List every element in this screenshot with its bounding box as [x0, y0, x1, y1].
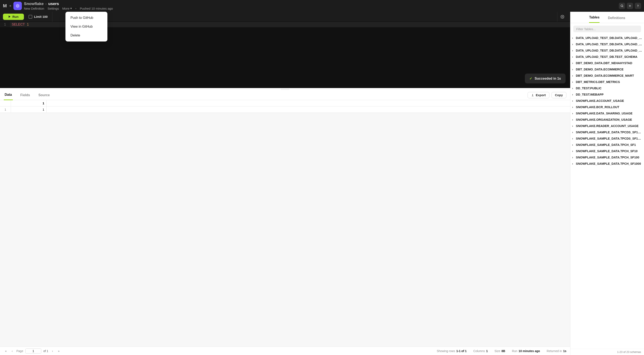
schema-label: DATA_UPLOAD_TEST_DB.DATA_UPLOAD_TE... — [576, 36, 642, 40]
page-last-button[interactable]: » — [57, 349, 61, 353]
search-button[interactable] — [619, 3, 625, 9]
chevron-right-icon: › — [572, 61, 574, 65]
chevron-right-icon: › — [572, 86, 574, 90]
schema-label: DD_TEST.PUBLIC — [576, 86, 602, 90]
schema-label: DBT_METRICS.DBT_METRICS — [576, 80, 620, 84]
more-menu[interactable]: More ▾ — [62, 6, 72, 10]
schema-item[interactable]: ›DBT_DEMO_DATA.ECOMMERCE_MART — [572, 72, 642, 79]
schema-label: DBT_DEMO_DATA.ECOMMERCE — [576, 68, 624, 71]
schema-item[interactable]: ›SNOWFLAKE_SAMPLE_DATA.TPCDS_SF100... — [572, 129, 642, 135]
side-tab-definitions[interactable]: Definitions — [608, 16, 625, 23]
pane-resize-handle[interactable] — [0, 88, 570, 90]
toolbar-divider — [52, 12, 52, 22]
showing-value: 1-1 of 1 — [456, 349, 466, 353]
page-next-button[interactable]: › — [50, 349, 54, 353]
sql-value: 1 — [27, 23, 29, 26]
schema-tree[interactable]: ›DATA_UPLOAD_TEST_DB.DATA_UPLOAD_TE...›D… — [570, 35, 644, 349]
limit-toggle[interactable]: Limit 100 — [28, 15, 48, 19]
chevron-right-icon: › — [45, 1, 46, 6]
chevron-right-icon: › — [572, 105, 574, 109]
run-button[interactable]: Run — [3, 14, 24, 20]
schema-item[interactable]: ›SNOWFLAKE.ORGANIZATION_USAGE — [572, 116, 642, 123]
push-status: Pushed 10 minutes ago — [80, 7, 113, 10]
side-panel: Tables Definitions ›DATA_UPLOAD_TEST_DB.… — [570, 12, 644, 355]
app-header: M Snowflake › users New Definition Setti… — [0, 0, 644, 12]
schema-label: SNOWFLAKE_SAMPLE_DATA.TPCH_SF100 — [576, 156, 639, 159]
schema-item[interactable]: ›SNOWFLAKE.READER_ACCOUNT_USAGE — [572, 123, 642, 129]
export-button[interactable]: Export — [528, 92, 550, 98]
schema-label: DD_TEST.WEBAPP — [576, 93, 604, 96]
schema-item[interactable]: ›DBT_DEMO_DATA.ECOMMERCE — [572, 66, 642, 72]
schema-item[interactable]: ›SNOWFLAKE.BCR_ROLLOUT — [572, 104, 642, 110]
returned-value: 1s — [563, 349, 566, 353]
schema-item[interactable]: ›SNOWFLAKE_SAMPLE_DATA.TPCH_SF1000 — [572, 161, 642, 167]
results-grid[interactable]: 1 1 1 — [0, 100, 570, 347]
page-prev-button[interactable]: ‹ — [10, 349, 14, 353]
chevron-right-icon: › — [572, 93, 574, 96]
schema-item[interactable]: ›SNOWFLAKE_SAMPLE_DATA.TPCDS_SF10T... — [572, 135, 642, 142]
chevron-right-icon: › — [572, 156, 574, 159]
breadcrumb-database[interactable]: Snowflake — [24, 1, 44, 6]
columns-label: Columns — [473, 349, 485, 353]
column-header[interactable]: 1 — [11, 100, 46, 106]
settings-button[interactable] — [557, 12, 567, 22]
chevron-right-icon: › — [572, 112, 574, 115]
svg-line-7 — [622, 6, 623, 7]
chevron-right-icon: › — [572, 131, 574, 134]
download-icon — [531, 94, 534, 97]
delete-item[interactable]: Delete — [66, 31, 108, 40]
schema-item[interactable]: ›DATA_UPLOAD_TEST_DB.DATA_UPLOAD_TE... — [572, 41, 642, 47]
grid-corner — [0, 100, 11, 106]
grid-header-row: 1 — [0, 100, 570, 106]
chevron-right-icon: › — [572, 55, 574, 58]
page-first-button[interactable]: « — [4, 349, 8, 353]
svg-marker-4 — [16, 4, 19, 8]
more-label: More — [62, 7, 70, 10]
tab-source[interactable]: Source — [38, 90, 50, 100]
tab-data[interactable]: Data — [4, 90, 13, 100]
returned-label: Returned in — [547, 349, 562, 353]
schema-item[interactable]: ›SNOWFLAKE.DATA_SHARING_USAGE — [572, 110, 642, 116]
check-icon: ✓ — [530, 76, 532, 80]
schema-item[interactable]: ›DBT_METRICS.DBT_METRICS — [572, 79, 642, 85]
copy-label: Copy — [555, 93, 563, 97]
limit-checkbox[interactable] — [28, 15, 32, 19]
schema-item[interactable]: ›SNOWFLAKE_SAMPLE_DATA.TPCH_SF1 — [572, 142, 642, 148]
schema-item[interactable]: ›DATA_UPLOAD_TEST_DB.DATA_UPLOAD_TE... — [572, 35, 642, 41]
size-value: 8B — [502, 349, 505, 353]
more-dropdown: Push to GitHub View in GitHub Delete — [66, 12, 108, 41]
new-definition-link[interactable]: New Definition — [24, 7, 44, 10]
side-tab-tables[interactable]: Tables — [589, 15, 600, 23]
settings-link[interactable]: Settings — [48, 7, 59, 10]
help-button[interactable] — [635, 3, 641, 9]
schema-item[interactable]: ›DD_TEST.PUBLIC — [572, 85, 642, 91]
run-label: Run — [12, 15, 18, 18]
svg-marker-5 — [17, 5, 18, 6]
filter-tables-input[interactable] — [573, 25, 641, 32]
chevron-right-icon: › — [572, 162, 574, 165]
add-button[interactable] — [627, 3, 633, 9]
chevron-right-icon: › — [572, 36, 574, 40]
app-logo[interactable]: M — [3, 2, 11, 9]
schema-item[interactable]: ›DATA_UPLOAD_TEST_DB.DATA_UPLOAD_TE... — [572, 47, 642, 54]
connection-icon[interactable] — [14, 2, 22, 10]
chevron-right-icon: › — [572, 80, 574, 84]
svg-text:M: M — [3, 3, 7, 8]
chevron-right-icon: › — [572, 137, 574, 140]
schema-item[interactable]: ›DBT_DEMO_DATA.DBT_NEHAHYSTAD — [572, 60, 642, 66]
limit-label: Limit 100 — [34, 15, 48, 18]
schema-item[interactable]: ›SNOWFLAKE_SAMPLE_DATA.TPCH_SF100 — [572, 154, 642, 161]
schema-label: DATA_UPLOAD_TEST_DB.DATA_UPLOAD_TE... — [576, 49, 642, 52]
page-input[interactable] — [26, 349, 41, 354]
schema-item[interactable]: ›DATA_UPLOAD_TEST_DB.TEST_SCHEMA — [572, 54, 642, 60]
tab-fields[interactable]: Fields — [20, 90, 31, 100]
schema-item[interactable]: ›SNOWFLAKE_SAMPLE_DATA.TPCH_SF10 — [572, 148, 642, 154]
table-row[interactable]: 1 1 — [0, 106, 570, 113]
schema-item[interactable]: ›DD_TEST.WEBAPP — [572, 91, 642, 98]
copy-button[interactable]: Copy — [552, 92, 566, 98]
view-in-github-item[interactable]: View in GitHub — [66, 22, 108, 31]
breadcrumb-name[interactable]: users — [48, 1, 59, 6]
schema-item[interactable]: ›SNOWFLAKE.ACCOUNT_USAGE — [572, 98, 642, 104]
push-to-github-item[interactable]: Push to GitHub — [66, 13, 108, 22]
chevron-right-icon: › — [572, 124, 574, 128]
